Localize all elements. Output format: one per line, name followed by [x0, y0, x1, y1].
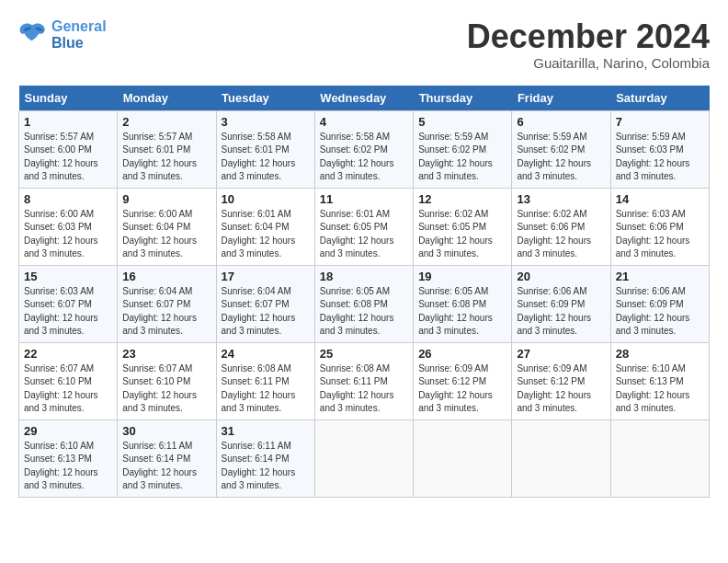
day-info: Sunrise: 5:57 AMSunset: 6:01 PMDaylight:…	[122, 132, 197, 182]
calendar-cell: 23 Sunrise: 6:07 AMSunset: 6:10 PMDaylig…	[118, 342, 216, 419]
day-info: Sunrise: 5:59 AMSunset: 6:03 PMDaylight:…	[616, 132, 690, 182]
calendar-cell: 17 Sunrise: 6:04 AMSunset: 6:07 PMDaylig…	[216, 265, 314, 342]
day-info: Sunrise: 6:00 AMSunset: 6:03 PMDaylight:…	[24, 209, 98, 259]
calendar-body: 1 Sunrise: 5:57 AMSunset: 6:00 PMDayligh…	[19, 110, 710, 497]
calendar-cell: 3 Sunrise: 5:58 AMSunset: 6:01 PMDayligh…	[216, 110, 314, 188]
day-info: Sunrise: 5:58 AMSunset: 6:02 PMDaylight:…	[320, 132, 394, 182]
weekday-header: Wednesday	[314, 86, 413, 111]
day-number: 31	[222, 424, 310, 438]
calendar-cell	[314, 419, 413, 497]
day-number: 22	[24, 347, 112, 361]
day-info: Sunrise: 6:04 AMSunset: 6:07 PMDaylight:…	[222, 286, 296, 337]
day-info: Sunrise: 5:59 AMSunset: 6:02 PMDaylight:…	[517, 132, 591, 182]
day-info: Sunrise: 6:02 AMSunset: 6:05 PMDaylight:…	[418, 209, 493, 259]
day-number: 30	[122, 424, 210, 438]
calendar-cell: 11 Sunrise: 6:01 AMSunset: 6:05 PMDaylig…	[314, 188, 413, 265]
calendar-cell: 18 Sunrise: 6:05 AMSunset: 6:08 PMDaylig…	[314, 265, 413, 342]
day-info: Sunrise: 6:11 AMSunset: 6:14 PMDaylight:…	[122, 441, 197, 491]
calendar-week-row: 1 Sunrise: 5:57 AMSunset: 6:00 PMDayligh…	[19, 110, 710, 188]
day-number: 23	[122, 347, 210, 361]
day-number: 1	[24, 115, 112, 129]
calendar-cell: 2 Sunrise: 5:57 AMSunset: 6:01 PMDayligh…	[118, 110, 216, 188]
day-number: 2	[122, 115, 210, 129]
day-info: Sunrise: 6:07 AMSunset: 6:10 PMDaylight:…	[122, 363, 197, 414]
calendar-cell: 1 Sunrise: 5:57 AMSunset: 6:00 PMDayligh…	[19, 110, 118, 188]
calendar-cell: 7 Sunrise: 5:59 AMSunset: 6:03 PMDayligh…	[610, 110, 709, 188]
day-number: 24	[222, 347, 310, 361]
calendar-cell: 16 Sunrise: 6:04 AMSunset: 6:07 PMDaylig…	[118, 265, 216, 342]
day-number: 26	[418, 347, 506, 361]
day-number: 13	[517, 192, 605, 206]
day-info: Sunrise: 6:00 AMSunset: 6:04 PMDaylight:…	[122, 209, 197, 259]
calendar-cell: 22 Sunrise: 6:07 AMSunset: 6:10 PMDaylig…	[19, 342, 118, 419]
day-info: Sunrise: 6:11 AMSunset: 6:14 PMDaylight:…	[222, 441, 296, 491]
day-number: 17	[222, 270, 310, 283]
day-info: Sunrise: 6:10 AMSunset: 6:13 PMDaylight:…	[24, 441, 98, 491]
day-number: 12	[418, 192, 506, 206]
title-block: December 2024 Guaitarilla, Narino, Colom…	[467, 18, 710, 71]
calendar-cell	[512, 419, 610, 497]
day-number: 3	[222, 115, 310, 129]
calendar-cell: 27 Sunrise: 6:09 AMSunset: 6:12 PMDaylig…	[512, 342, 610, 419]
day-info: Sunrise: 6:01 AMSunset: 6:04 PMDaylight:…	[222, 209, 296, 259]
calendar-cell: 9 Sunrise: 6:00 AMSunset: 6:04 PMDayligh…	[118, 188, 216, 265]
day-info: Sunrise: 6:07 AMSunset: 6:10 PMDaylight:…	[24, 363, 98, 414]
weekday-header: Saturday	[610, 86, 709, 111]
calendar-cell: 4 Sunrise: 5:58 AMSunset: 6:02 PMDayligh…	[314, 110, 413, 188]
calendar-cell	[414, 419, 512, 497]
calendar-cell: 20 Sunrise: 6:06 AMSunset: 6:09 PMDaylig…	[512, 265, 610, 342]
location-subtitle: Guaitarilla, Narino, Colombia	[467, 55, 710, 71]
calendar-cell: 25 Sunrise: 6:08 AMSunset: 6:11 PMDaylig…	[314, 342, 413, 419]
calendar-cell: 13 Sunrise: 6:02 AMSunset: 6:06 PMDaylig…	[512, 188, 610, 265]
calendar-week-row: 8 Sunrise: 6:00 AMSunset: 6:03 PMDayligh…	[19, 188, 710, 265]
logo-text: General Blue	[51, 18, 107, 52]
calendar-cell: 8 Sunrise: 6:00 AMSunset: 6:03 PMDayligh…	[19, 188, 118, 265]
day-number: 19	[418, 270, 506, 283]
day-number: 14	[616, 192, 704, 206]
day-info: Sunrise: 6:08 AMSunset: 6:11 PMDaylight:…	[222, 363, 296, 414]
weekday-header-row: SundayMondayTuesdayWednesdayThursdayFrid…	[19, 86, 710, 111]
day-info: Sunrise: 6:05 AMSunset: 6:08 PMDaylight:…	[418, 286, 493, 337]
day-number: 6	[517, 115, 605, 129]
calendar-cell: 30 Sunrise: 6:11 AMSunset: 6:14 PMDaylig…	[118, 419, 216, 497]
calendar-cell: 28 Sunrise: 6:10 AMSunset: 6:13 PMDaylig…	[610, 342, 709, 419]
day-info: Sunrise: 6:03 AMSunset: 6:06 PMDaylight:…	[616, 209, 690, 259]
calendar-cell: 29 Sunrise: 6:10 AMSunset: 6:13 PMDaylig…	[19, 419, 118, 497]
day-number: 25	[320, 347, 408, 361]
weekday-header: Sunday	[19, 86, 118, 111]
day-number: 16	[122, 270, 210, 283]
calendar-week-row: 29 Sunrise: 6:10 AMSunset: 6:13 PMDaylig…	[19, 419, 710, 497]
day-number: 18	[320, 270, 408, 283]
calendar-table: SundayMondayTuesdayWednesdayThursdayFrid…	[18, 86, 710, 498]
day-info: Sunrise: 6:09 AMSunset: 6:12 PMDaylight:…	[418, 363, 493, 414]
page-header: General Blue December 2024 Guaitarilla, …	[18, 18, 710, 71]
weekday-header: Tuesday	[216, 86, 314, 111]
day-number: 11	[320, 192, 408, 206]
day-number: 28	[616, 347, 704, 361]
day-number: 21	[616, 270, 704, 283]
calendar-cell	[610, 419, 709, 497]
month-title: December 2024	[467, 18, 710, 55]
day-info: Sunrise: 6:09 AMSunset: 6:12 PMDaylight:…	[517, 363, 591, 414]
day-number: 27	[517, 347, 605, 361]
day-info: Sunrise: 6:01 AMSunset: 6:05 PMDaylight:…	[320, 209, 394, 259]
day-info: Sunrise: 6:10 AMSunset: 6:13 PMDaylight:…	[616, 363, 690, 414]
day-number: 5	[418, 115, 506, 129]
logo-icon	[18, 22, 48, 48]
calendar-week-row: 15 Sunrise: 6:03 AMSunset: 6:07 PMDaylig…	[19, 265, 710, 342]
day-info: Sunrise: 6:05 AMSunset: 6:08 PMDaylight:…	[320, 286, 394, 337]
day-info: Sunrise: 6:06 AMSunset: 6:09 PMDaylight:…	[517, 286, 591, 337]
day-number: 29	[24, 424, 112, 438]
weekday-header: Monday	[118, 86, 216, 111]
day-info: Sunrise: 5:57 AMSunset: 6:00 PMDaylight:…	[24, 132, 98, 182]
day-info: Sunrise: 6:08 AMSunset: 6:11 PMDaylight:…	[320, 363, 394, 414]
calendar-cell: 5 Sunrise: 5:59 AMSunset: 6:02 PMDayligh…	[414, 110, 512, 188]
day-number: 7	[616, 115, 704, 129]
day-info: Sunrise: 6:03 AMSunset: 6:07 PMDaylight:…	[24, 286, 98, 337]
calendar-cell: 21 Sunrise: 6:06 AMSunset: 6:09 PMDaylig…	[610, 265, 709, 342]
calendar-cell: 6 Sunrise: 5:59 AMSunset: 6:02 PMDayligh…	[512, 110, 610, 188]
logo: General Blue	[18, 18, 107, 52]
day-number: 9	[122, 192, 210, 206]
day-number: 10	[222, 192, 310, 206]
calendar-cell: 31 Sunrise: 6:11 AMSunset: 6:14 PMDaylig…	[216, 419, 314, 497]
